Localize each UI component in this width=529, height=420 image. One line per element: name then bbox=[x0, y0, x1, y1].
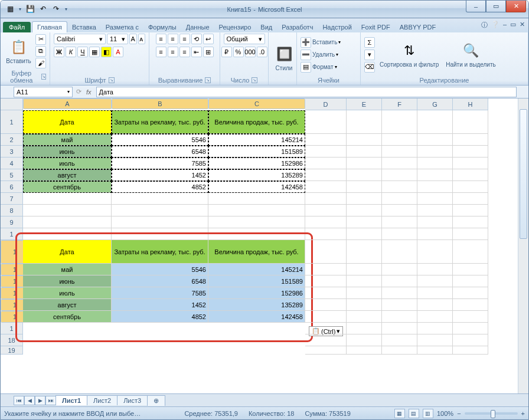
fill-color-button[interactable]: ◧ bbox=[101, 47, 112, 57]
cost-cell[interactable]: 6548 bbox=[112, 146, 208, 158]
empty-cell[interactable] bbox=[382, 275, 417, 287]
question-icon[interactable]: ❔ bbox=[491, 21, 499, 29]
empty-cell[interactable] bbox=[305, 287, 347, 299]
tab-abbyy[interactable]: ABBYY PDF bbox=[395, 22, 441, 32]
number-format-select[interactable]: Общий▾ bbox=[224, 34, 265, 44]
empty-cell[interactable] bbox=[382, 287, 417, 299]
empty-cell[interactable] bbox=[305, 193, 347, 205]
empty-cell[interactable] bbox=[305, 240, 347, 264]
empty-cell[interactable] bbox=[382, 299, 417, 311]
row-head-9[interactable]: 9 bbox=[1, 216, 23, 228]
doc-min-icon[interactable]: – bbox=[503, 21, 507, 29]
empty-cell[interactable] bbox=[347, 346, 382, 355]
col-head-E[interactable]: E bbox=[347, 99, 382, 110]
empty-cell[interactable] bbox=[453, 146, 488, 158]
tab-layout[interactable]: Разметка с bbox=[101, 22, 143, 32]
empty-cell[interactable] bbox=[382, 169, 417, 181]
empty-cell[interactable] bbox=[382, 346, 417, 355]
paste-button[interactable]: 📋 Вставить bbox=[4, 37, 33, 65]
empty-cell[interactable] bbox=[305, 334, 347, 346]
header-date[interactable]: Дата bbox=[23, 110, 112, 134]
align-center-icon[interactable]: ≡ bbox=[168, 47, 178, 57]
tab-home[interactable]: Главная bbox=[32, 21, 67, 32]
tab-formulas[interactable]: Формулы bbox=[143, 22, 181, 32]
empty-cell[interactable] bbox=[453, 275, 488, 287]
sort-filter-button[interactable]: ⇅Сортировка и фильтр bbox=[377, 40, 441, 69]
empty-cell[interactable] bbox=[382, 334, 417, 346]
format-cells-icon[interactable]: ▤ bbox=[301, 62, 311, 73]
empty-cell[interactable] bbox=[382, 146, 417, 158]
empty-cell[interactable] bbox=[417, 240, 453, 264]
row-head-8[interactable]: 8 bbox=[1, 205, 23, 216]
empty-cell[interactable] bbox=[347, 181, 382, 193]
zoom-level[interactable]: 100% bbox=[437, 410, 453, 417]
empty-cell[interactable] bbox=[417, 205, 453, 216]
tab-nav-last[interactable]: ⏭ bbox=[45, 396, 56, 405]
month-cell[interactable]: июль bbox=[23, 158, 112, 169]
empty-cell[interactable] bbox=[347, 158, 382, 169]
tab-addins[interactable]: Надстрой bbox=[318, 22, 356, 32]
col-head-D[interactable]: D bbox=[305, 99, 347, 110]
sales-cell[interactable]: 142458 bbox=[208, 181, 305, 193]
name-box[interactable]: A11▾ bbox=[14, 87, 73, 97]
empty-cell[interactable] bbox=[208, 216, 305, 228]
col-head-C[interactable]: C bbox=[208, 99, 305, 109]
clear-icon[interactable]: ⌫ bbox=[364, 62, 375, 73]
orientation-icon[interactable]: ⟲ bbox=[191, 34, 202, 44]
minimize-button[interactable]: – bbox=[466, 1, 486, 12]
empty-cell[interactable] bbox=[417, 311, 453, 323]
empty-cell[interactable] bbox=[305, 275, 347, 287]
empty-cell[interactable] bbox=[305, 346, 347, 355]
empty-cell[interactable] bbox=[347, 323, 382, 334]
empty-cell[interactable] bbox=[305, 146, 347, 158]
empty-cell[interactable] bbox=[347, 264, 382, 275]
find-select-button[interactable]: 🔍Найти и выделить bbox=[443, 40, 498, 69]
empty-cell[interactable] bbox=[417, 216, 453, 228]
bold-button[interactable]: Ж bbox=[54, 47, 64, 57]
empty-cell[interactable] bbox=[305, 228, 347, 240]
month-cell[interactable]: июнь bbox=[23, 146, 112, 158]
font-color-button[interactable]: A bbox=[113, 47, 123, 57]
doc-max-icon[interactable]: ▭ bbox=[510, 21, 516, 29]
view-normal-icon[interactable]: ▦ bbox=[394, 409, 405, 418]
empty-cell[interactable] bbox=[453, 134, 488, 146]
insert-cells-label[interactable]: Вставить bbox=[312, 39, 337, 45]
row-head-3[interactable]: 3 bbox=[1, 146, 23, 158]
align-bottom-icon[interactable]: ≡ bbox=[179, 34, 190, 44]
row-head-6[interactable]: 6 bbox=[1, 181, 23, 193]
qat-more[interactable] bbox=[63, 6, 69, 12]
empty-cell[interactable] bbox=[453, 287, 488, 299]
empty-cell[interactable] bbox=[453, 311, 488, 323]
tab-review[interactable]: Рецензиро bbox=[214, 22, 256, 32]
empty-cell[interactable] bbox=[417, 193, 453, 205]
shrink-font-icon[interactable]: ᴀ bbox=[138, 34, 146, 44]
file-tab[interactable]: Файл bbox=[3, 22, 31, 32]
empty-cell[interactable] bbox=[382, 264, 417, 275]
fx-icon[interactable]: fx bbox=[86, 88, 92, 96]
empty-cell[interactable] bbox=[417, 110, 453, 134]
tab-nav-first[interactable]: ⏮ bbox=[14, 396, 24, 405]
vertical-scrollbar[interactable] bbox=[518, 99, 528, 394]
empty-cell[interactable] bbox=[112, 216, 208, 228]
view-layout-icon[interactable]: ▤ bbox=[409, 409, 419, 418]
empty-cell[interactable] bbox=[453, 193, 488, 205]
empty-cell[interactable] bbox=[112, 205, 208, 216]
select-all-corner[interactable] bbox=[1, 99, 23, 110]
sheet-tab-3[interactable]: Лист3 bbox=[117, 395, 148, 405]
empty-cell[interactable] bbox=[347, 110, 382, 134]
cut-icon[interactable]: ✂ bbox=[35, 34, 46, 45]
tab-foxit[interactable]: Foxit PDF bbox=[357, 22, 395, 32]
empty-cell[interactable] bbox=[417, 228, 453, 240]
empty-cell[interactable] bbox=[347, 216, 382, 228]
tab-view[interactable]: Вид bbox=[256, 22, 277, 32]
empty-cell[interactable] bbox=[453, 299, 488, 311]
empty-cell[interactable] bbox=[347, 240, 382, 264]
autosum-icon[interactable]: Σ bbox=[364, 37, 375, 48]
empty-cell[interactable] bbox=[305, 158, 347, 169]
tab-nav-next[interactable]: ▶ bbox=[35, 396, 45, 405]
indent-dec-icon[interactable]: ⇤ bbox=[191, 47, 202, 57]
empty-cell[interactable] bbox=[305, 311, 347, 323]
col-head-B[interactable]: B bbox=[112, 99, 208, 109]
doc-close-icon[interactable]: ✕ bbox=[520, 21, 525, 29]
tab-nav-prev[interactable]: ◀ bbox=[24, 396, 35, 405]
